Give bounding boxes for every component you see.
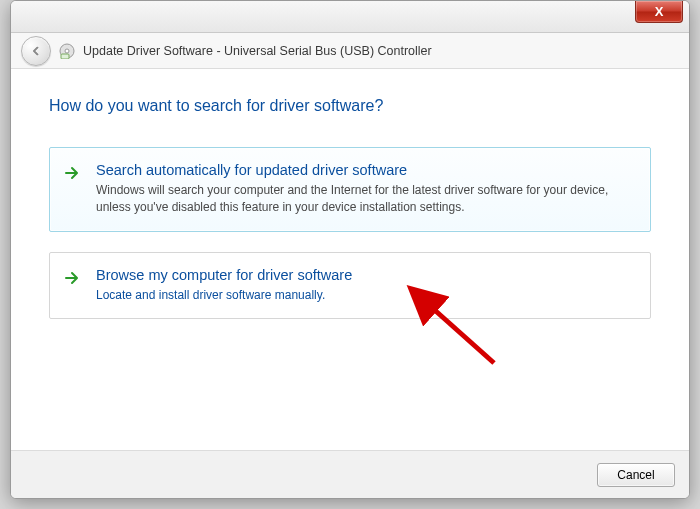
footer: Cancel — [11, 450, 689, 498]
page-heading: How do you want to search for driver sof… — [49, 97, 651, 115]
back-button[interactable] — [21, 36, 51, 66]
titlebar: X — [11, 1, 689, 33]
header-row: Update Driver Software - Universal Seria… — [11, 33, 689, 69]
close-icon: X — [655, 4, 664, 19]
svg-rect-3 — [61, 54, 69, 59]
cancel-button[interactable]: Cancel — [597, 463, 675, 487]
option-browse-computer[interactable]: Browse my computer for driver software L… — [49, 252, 651, 319]
dialog-window: X Update Driver Software - Universal Ser… — [10, 0, 690, 499]
svg-point-2 — [65, 49, 69, 53]
option-title: Search automatically for updated driver … — [96, 162, 634, 178]
back-arrow-icon — [29, 44, 43, 58]
arrow-right-icon — [64, 269, 82, 287]
option-description: Locate and install driver software manua… — [96, 287, 634, 304]
arrow-right-icon — [64, 164, 82, 182]
driver-disc-icon — [59, 43, 75, 59]
option-description: Windows will search your computer and th… — [96, 182, 634, 217]
close-button[interactable]: X — [635, 1, 683, 23]
window-title: Update Driver Software - Universal Seria… — [83, 44, 432, 58]
content-area: How do you want to search for driver sof… — [11, 69, 689, 450]
option-title: Browse my computer for driver software — [96, 267, 634, 283]
option-search-automatically[interactable]: Search automatically for updated driver … — [49, 147, 651, 232]
